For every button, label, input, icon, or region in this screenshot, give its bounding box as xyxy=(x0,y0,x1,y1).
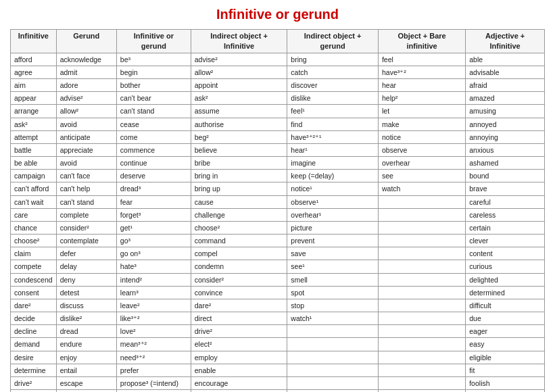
table-cell: dare² xyxy=(11,299,57,312)
table-cell: bribe xyxy=(191,157,287,170)
table-cell: eligible xyxy=(466,351,545,364)
table-cell: employ xyxy=(191,351,287,364)
table-cell: careless xyxy=(466,208,545,221)
table-cell: can't stand xyxy=(116,105,191,118)
table-cell xyxy=(378,286,465,299)
table-cell: contemplate xyxy=(56,235,116,247)
table-cell xyxy=(378,247,465,260)
table-cell xyxy=(378,351,465,364)
table-cell: amusing xyxy=(466,105,545,118)
table-cell: certain xyxy=(466,221,545,234)
table-cell: amazed xyxy=(466,92,545,105)
table-cell: able xyxy=(466,53,545,66)
table-cell: be able xyxy=(11,157,57,170)
table-cell: feel¹ xyxy=(287,105,379,118)
table-cell: anxious xyxy=(466,143,545,156)
table-cell: consider² xyxy=(191,273,287,286)
table-cell: need³⁺² xyxy=(116,351,191,364)
table-cell xyxy=(378,195,465,208)
table-cell: annoyed xyxy=(466,118,545,130)
table-cell: delay xyxy=(56,260,116,273)
table-cell xyxy=(378,390,465,392)
table-cell: see¹ xyxy=(287,260,379,273)
col-header-inf-or-gerund: Infinitive or gerund xyxy=(116,30,191,53)
table-cell: recommend² xyxy=(116,390,191,392)
table-cell: let xyxy=(378,105,465,118)
table-cell: elect² xyxy=(191,338,287,351)
table-cell: have³⁺² xyxy=(378,66,465,78)
table-cell: believe xyxy=(191,143,287,156)
table-cell: consent xyxy=(11,286,57,299)
table-cell: ask² xyxy=(11,118,57,130)
table-cell xyxy=(378,338,465,351)
table-cell: observe¹ xyxy=(287,195,379,208)
col-header-gerund: Gerund xyxy=(56,30,116,53)
table-cell: hear¹ xyxy=(287,143,379,156)
table-cell: picture xyxy=(287,221,379,234)
table-cell: watch xyxy=(378,182,465,195)
table-cell: commence xyxy=(116,143,191,156)
table-cell: hate³ xyxy=(116,260,191,273)
table-cell xyxy=(378,364,465,376)
table-cell: deserve xyxy=(116,170,191,182)
table-cell: eager xyxy=(466,325,545,338)
table-cell: choose² xyxy=(191,221,287,234)
table-cell: can't wait xyxy=(11,195,57,208)
table-cell: beg² xyxy=(191,130,287,143)
table-cell: annoying xyxy=(466,130,545,143)
table-cell: claim xyxy=(11,247,57,260)
table-cell: overhear xyxy=(378,157,465,170)
table-cell: evade xyxy=(56,390,116,392)
table-cell: choose² xyxy=(11,235,57,247)
table-cell: notice¹ xyxy=(287,182,379,195)
col-header-object-bare: Object + Bare infinitive xyxy=(378,30,465,53)
table-cell: notice xyxy=(378,130,465,143)
table-cell: deny xyxy=(56,273,116,286)
table-cell: consider² xyxy=(56,221,116,234)
table-cell: dislike xyxy=(287,92,379,105)
table-cell: admit xyxy=(56,66,116,78)
table-cell: advise² xyxy=(191,53,287,66)
table-cell: can't afford xyxy=(11,182,57,195)
table-cell xyxy=(378,260,465,273)
table-cell xyxy=(287,325,379,338)
table-cell xyxy=(378,312,465,325)
table-cell: hear xyxy=(378,79,465,92)
table-cell: care xyxy=(11,208,57,221)
table-cell: catch xyxy=(287,66,379,78)
table-cell: have³⁺²⁺¹ xyxy=(287,130,379,143)
col-header-adjective-inf: Adjective + Infinitive xyxy=(466,30,545,53)
table-cell: appreciate xyxy=(56,143,116,156)
table-cell: engage xyxy=(191,390,287,392)
table-cell: allow² xyxy=(56,105,116,118)
table-cell: appoint xyxy=(191,79,287,92)
table-cell: save xyxy=(287,247,379,260)
table-cell: prefer xyxy=(116,364,191,376)
table-cell: get¹ xyxy=(116,221,191,234)
table-cell: drive² xyxy=(191,325,287,338)
table-cell: detest xyxy=(56,286,116,299)
table-cell: campaign xyxy=(11,170,57,182)
table-cell: observe xyxy=(378,143,465,156)
table-cell: feel xyxy=(378,53,465,66)
table-cell: compel xyxy=(191,247,287,260)
table-cell: allow² xyxy=(191,66,287,78)
table-cell xyxy=(287,364,379,376)
table-cell: encourage xyxy=(191,376,287,389)
table-cell: advise² xyxy=(56,92,116,105)
table-cell: imagine xyxy=(287,157,379,170)
table-cell: dare² xyxy=(191,299,287,312)
table-cell: arrange xyxy=(11,105,57,118)
table-cell xyxy=(378,325,465,338)
table-cell xyxy=(287,338,379,351)
table-cell: watch¹ xyxy=(287,312,379,325)
table-cell: help² xyxy=(378,92,465,105)
table-cell: like³⁺² xyxy=(116,312,191,325)
table-cell: bring in xyxy=(191,170,287,182)
table-cell: fear xyxy=(116,195,191,208)
table-cell: complete xyxy=(56,208,116,221)
table-cell: escape xyxy=(56,376,116,389)
table-cell: defer xyxy=(56,247,116,260)
table-cell: cause xyxy=(191,195,287,208)
table-cell: propose³ (=intend) xyxy=(116,376,191,389)
